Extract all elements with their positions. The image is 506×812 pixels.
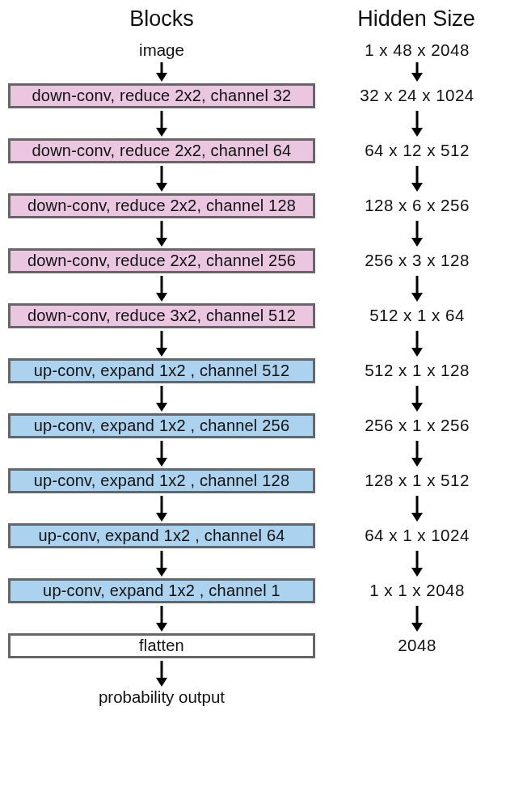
down-conv-block: down-conv, reduce 2x2, channel 128: [8, 193, 315, 218]
down-arrow-icon: [154, 220, 170, 247]
arrow-left: [0, 273, 323, 303]
down-arrow-icon: [154, 165, 170, 192]
input-label: image: [139, 41, 184, 60]
arrow-hidden-input: [328, 61, 506, 83]
svg-marker-25: [156, 403, 167, 412]
down-arrow-icon: [154, 495, 170, 522]
block-row: flatten 2048: [0, 633, 506, 688]
down-arrow-icon: [154, 385, 170, 412]
down-arrow-icon: [409, 440, 425, 467]
svg-marker-39: [411, 568, 423, 577]
down-arrow-icon: [409, 605, 425, 632]
arrow-left: [0, 438, 323, 468]
arrow-left: [0, 108, 323, 138]
hidden-size-value: 64 x 12 x 512: [365, 142, 470, 160]
hidden-size-value: 128 x 6 x 256: [365, 197, 470, 215]
svg-marker-35: [411, 513, 423, 522]
down-conv-block: down-conv, reduce 2x2, channel 64: [8, 138, 315, 163]
arrow-left: [0, 548, 323, 578]
block-row: up-conv, expand 1x2 , channel 1 1 x 1 x …: [0, 578, 506, 633]
svg-marker-5: [156, 128, 167, 137]
input-row: image 1 x 48 x 2048: [0, 40, 506, 83]
svg-marker-3: [411, 73, 423, 82]
down-arrow-icon: [409, 330, 425, 357]
arrow-right: [328, 108, 506, 138]
hidden-size-value: 128 x 1 x 512: [365, 472, 470, 490]
svg-marker-9: [156, 183, 167, 192]
input-hidden-size: 1 x 48 x 2048: [365, 41, 470, 60]
svg-marker-29: [156, 458, 167, 467]
down-arrow-icon: [154, 440, 170, 467]
arrow-right: [328, 438, 506, 468]
arrow-right: [328, 273, 506, 303]
arrow-left: [0, 218, 323, 248]
up-conv-block: up-conv, expand 1x2 , channel 512: [8, 358, 315, 383]
arrow-left: [0, 603, 323, 633]
block-row: down-conv, reduce 2x2, channel 128 128 x…: [0, 193, 506, 248]
down-arrow-icon: [409, 495, 425, 522]
down-arrow-icon: [154, 660, 170, 687]
svg-marker-31: [411, 458, 423, 467]
svg-marker-33: [156, 513, 167, 522]
down-arrow-icon: [154, 61, 170, 82]
arrow-right: [328, 218, 506, 248]
svg-marker-21: [156, 348, 167, 357]
down-conv-block: down-conv, reduce 3x2, channel 512: [8, 303, 315, 328]
output-row: probability output: [0, 688, 506, 707]
svg-marker-37: [156, 568, 167, 577]
hidden-size-value: 32 x 24 x 1024: [360, 87, 474, 105]
header-blocks: Blocks: [0, 6, 323, 32]
block-row: down-conv, reduce 2x2, channel 256 256 x…: [0, 248, 506, 303]
hidden-size-value: 64 x 1 x 1024: [365, 527, 470, 545]
hidden-size-value: 512 x 1 x 128: [365, 362, 470, 380]
down-arrow-icon: [154, 330, 170, 357]
svg-marker-1: [156, 73, 167, 82]
svg-marker-27: [411, 403, 423, 412]
arrow-right: [328, 163, 506, 193]
down-arrow-icon: [409, 220, 425, 247]
up-conv-block: up-conv, expand 1x2 , channel 1: [8, 578, 315, 603]
arrow-input: [0, 61, 323, 83]
block-row: up-conv, expand 1x2 , channel 64 64 x 1 …: [0, 523, 506, 578]
block-row: up-conv, expand 1x2 , channel 512 512 x …: [0, 358, 506, 413]
arrow-left: [0, 493, 323, 523]
down-arrow-icon: [409, 550, 425, 577]
svg-marker-13: [156, 238, 167, 247]
header-hidden: Hidden Size: [323, 6, 506, 32]
svg-marker-41: [156, 623, 167, 632]
block-row: down-conv, reduce 2x2, channel 64 64 x 1…: [0, 138, 506, 193]
down-arrow-icon: [409, 275, 425, 302]
hidden-size-value: 512 x 1 x 64: [369, 307, 465, 325]
diagram-container: Blocks Hidden Size image 1 x 48 x 2048: [0, 0, 506, 707]
arrow-right: [328, 493, 506, 523]
svg-marker-11: [411, 183, 423, 192]
output-label: probability output: [99, 688, 225, 707]
svg-marker-19: [411, 293, 423, 302]
down-conv-block: down-conv, reduce 2x2, channel 32: [8, 83, 315, 108]
header-row: Blocks Hidden Size: [0, 0, 506, 40]
arrow-right: [328, 383, 506, 413]
down-arrow-icon: [409, 61, 425, 82]
arrow-left: [0, 383, 323, 413]
hidden-size-value: 256 x 1 x 256: [365, 417, 470, 435]
block-row: down-conv, reduce 2x2, channel 32 32 x 2…: [0, 83, 506, 138]
block-row: down-conv, reduce 3x2, channel 512 512 x…: [0, 303, 506, 358]
down-conv-block: down-conv, reduce 2x2, channel 256: [8, 248, 315, 273]
block-row: up-conv, expand 1x2 , channel 256 256 x …: [0, 413, 506, 468]
svg-marker-15: [411, 238, 423, 247]
arrow-right: [328, 603, 506, 633]
svg-marker-17: [156, 293, 167, 302]
hidden-size-value: 1 x 1 x 2048: [369, 582, 465, 600]
down-arrow-icon: [154, 605, 170, 632]
down-arrow-icon: [409, 165, 425, 192]
up-conv-block: up-conv, expand 1x2 , channel 64: [8, 523, 315, 548]
hidden-size-value: 2048: [398, 636, 436, 655]
svg-marker-23: [411, 348, 423, 357]
down-arrow-icon: [154, 110, 170, 137]
svg-marker-7: [411, 128, 423, 137]
down-arrow-icon: [409, 110, 425, 137]
svg-marker-43: [411, 623, 423, 632]
flatten-block: flatten: [8, 633, 315, 658]
down-arrow-icon: [154, 275, 170, 302]
svg-marker-45: [156, 678, 167, 687]
